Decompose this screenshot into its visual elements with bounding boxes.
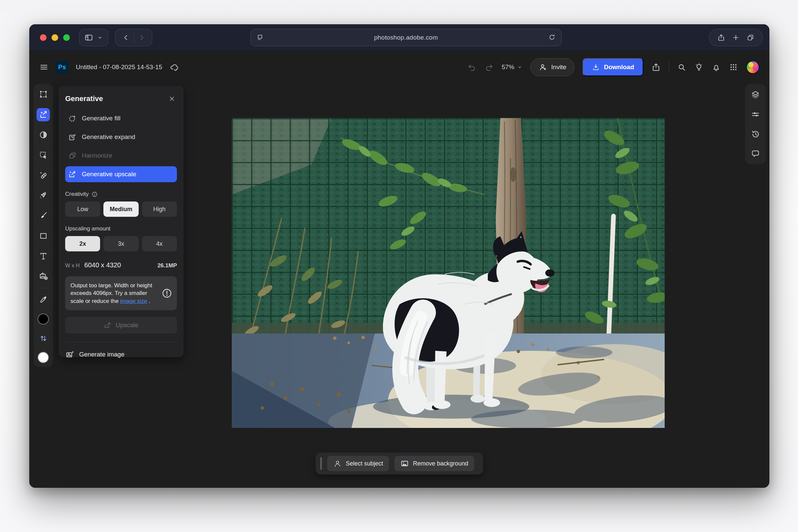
new-tab-icon[interactable]: [732, 34, 740, 41]
remove-background-button[interactable]: Remove background: [394, 456, 474, 471]
creativity-medium-button[interactable]: Medium: [103, 202, 138, 217]
url-bar[interactable]: photoshop.adobe.com: [250, 29, 562, 46]
menu-item-label: Generative upscale: [82, 171, 136, 178]
zoom-level-value: 57%: [502, 63, 514, 71]
undo-icon[interactable]: [467, 62, 476, 72]
comments-icon[interactable]: [749, 147, 762, 159]
menu-item-generative-expand[interactable]: Generative expand: [65, 128, 177, 146]
generative-fill-icon: [68, 114, 77, 123]
header-actions: 57% Invite Download: [467, 58, 759, 76]
canvas-image[interactable]: [232, 118, 665, 428]
chevron-down-icon: [97, 35, 103, 41]
creativity-high-button[interactable]: High: [142, 202, 177, 217]
upscale-2x-button[interactable]: 2x: [65, 236, 100, 251]
tool-rail: [34, 84, 53, 367]
document-title[interactable]: Untitled - 07-08-2025 14-53-15: [76, 63, 162, 71]
page-icon[interactable]: [256, 34, 264, 41]
move-selection-icon[interactable]: [37, 148, 50, 162]
avatar[interactable]: [746, 60, 759, 74]
search-icon[interactable]: [677, 62, 686, 72]
header-divider: [669, 61, 669, 74]
properties-icon[interactable]: [749, 108, 762, 120]
download-button[interactable]: Download: [583, 58, 643, 76]
select-subject-label: Select subject: [346, 460, 383, 467]
drag-handle[interactable]: [320, 457, 322, 470]
invite-button[interactable]: Invite: [530, 58, 574, 76]
menu-item-generative-upscale[interactable]: Generative upscale: [65, 166, 177, 182]
invite-label: Invite: [551, 63, 566, 71]
size-label: W x H: [65, 263, 80, 269]
upscale-button[interactable]: Upscale: [65, 317, 177, 334]
add-image-icon[interactable]: [37, 270, 50, 283]
bell-icon[interactable]: [711, 62, 721, 72]
adjust-icon[interactable]: [37, 128, 50, 141]
creativity-options: Low Medium High: [65, 202, 177, 217]
back-icon[interactable]: [122, 34, 130, 41]
upscale-3x-button[interactable]: 3x: [103, 236, 138, 251]
right-rail: [745, 84, 766, 164]
nav-buttons: [115, 29, 152, 46]
menu-item-label: Generative fill: [82, 115, 120, 122]
zoom-level-control[interactable]: 57%: [502, 63, 522, 71]
download-label: Download: [604, 63, 634, 71]
generative-panel: Generative Generative fill Generative ex…: [58, 86, 184, 357]
upscaling-options: 2x 3x 4x: [65, 236, 177, 251]
layers-icon[interactable]: [749, 89, 762, 101]
effects-icon[interactable]: [37, 189, 50, 202]
reload-icon[interactable]: [548, 34, 556, 41]
generative-tool-icon[interactable]: [37, 108, 50, 121]
background-color-swatch[interactable]: [38, 352, 49, 363]
close-icon[interactable]: [167, 94, 177, 104]
warning-text-after: .: [147, 298, 150, 304]
shape-icon[interactable]: [37, 229, 50, 242]
export-icon[interactable]: [651, 62, 661, 72]
foreground-color-swatch[interactable]: [38, 314, 49, 325]
minimize-window-button[interactable]: [52, 34, 58, 41]
zoom-window-button[interactable]: [63, 34, 70, 41]
tool-rail-divider: [38, 288, 49, 288]
close-window-button[interactable]: [40, 34, 46, 41]
info-icon[interactable]: [92, 191, 98, 197]
history-icon[interactable]: [749, 128, 762, 140]
app-header: Ps Untitled - 07-08-2025 14-53-15 57%: [29, 51, 770, 83]
brush-icon[interactable]: [37, 209, 50, 223]
chevron-down-icon: [517, 64, 522, 70]
swap-colors-icon[interactable]: [37, 331, 50, 345]
sidebar-toggle-group[interactable]: [79, 29, 108, 46]
ps-logo[interactable]: Ps: [56, 61, 69, 74]
megapixels-value: 26.1MP: [157, 262, 177, 269]
upscale-4x-button[interactable]: 4x: [142, 236, 177, 251]
nav-divider: [134, 33, 134, 42]
menu-item-harmonize[interactable]: Harmonize: [65, 146, 177, 165]
cloud-sync-icon[interactable]: [170, 62, 179, 72]
traffic-lights: [40, 34, 70, 41]
creativity-section: Creativity: [65, 191, 177, 197]
type-icon[interactable]: [37, 249, 50, 263]
warning-card: Output too large. Width or height exceed…: [65, 276, 177, 310]
generative-upscale-icon: [68, 170, 77, 178]
select-subject-icon: [333, 459, 342, 468]
forward-icon[interactable]: [138, 34, 145, 41]
creativity-low-button[interactable]: Low: [65, 202, 100, 217]
lightbulb-icon[interactable]: [694, 62, 704, 72]
apps-grid-icon[interactable]: [729, 62, 738, 72]
transform-icon[interactable]: [37, 88, 50, 101]
menu-item-label: Generative expand: [82, 133, 135, 141]
eyedropper-icon[interactable]: [37, 293, 50, 307]
share-icon[interactable]: [717, 34, 725, 41]
select-subject-button[interactable]: Select subject: [327, 456, 389, 471]
upscaling-label: Upscaling amount: [65, 225, 110, 232]
menu-item-generative-fill[interactable]: Generative fill: [65, 109, 177, 128]
url-text[interactable]: photoshop.adobe.com: [264, 34, 548, 41]
image-size-link[interactable]: image size: [120, 298, 147, 304]
generate-image-label: Generate image: [79, 351, 125, 358]
panel-title: Generative: [65, 94, 103, 103]
generate-image-row[interactable]: Generate image: [65, 342, 177, 359]
creativity-label: Creativity: [65, 191, 89, 197]
tabs-icon[interactable]: [746, 34, 755, 41]
heal-icon[interactable]: [37, 169, 50, 182]
invite-icon: [539, 63, 547, 72]
menu-icon[interactable]: [39, 62, 49, 72]
quick-actions-bar: Select subject Remove background: [316, 453, 483, 474]
redo-icon[interactable]: [484, 62, 494, 72]
